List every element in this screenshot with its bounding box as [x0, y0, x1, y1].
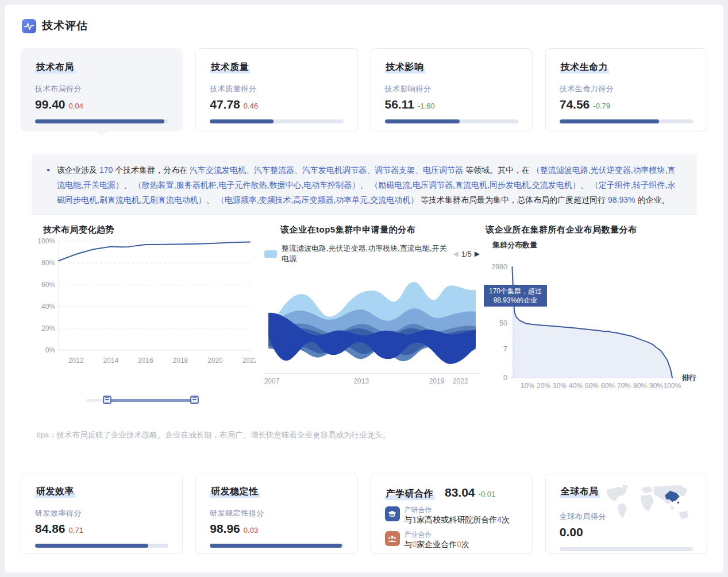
card-title: 技术影响 [385, 61, 425, 73]
progress-bar [560, 547, 693, 551]
score-value: 56.11 [385, 98, 414, 111]
card-title: 产学研合作 [385, 488, 435, 500]
svg-text:20%: 20% [41, 324, 55, 332]
svg-text:40%: 40% [569, 382, 583, 390]
metric-cards-row: 技术布局 技术布局得分 99.40 0.04 技术质量 技术质量得分 47.78… [21, 48, 707, 131]
stream-chart-title: 该企业在top5集群中申请量的分布 [280, 224, 480, 235]
tech-assessment-panel: 技术评估 技术布局 技术布局得分 99.40 0.04 技术质量 技术质量得分 … [5, 5, 723, 572]
time-range-slider[interactable] [86, 396, 199, 405]
industry-cooperation-row: 产业合作 与0家企业合作0次 [385, 531, 518, 549]
pager-prev-icon[interactable]: ◀ [453, 250, 458, 258]
progress-bar [560, 119, 693, 123]
card-title: 技术生命力 [560, 61, 610, 73]
legend-label: 整流滤波电路,光伏逆变器,功率模块,直流电能,开关电源 [282, 243, 453, 264]
charts-row: 技术布局变化趋势 100%80%60%40%20%0%2012201420162… [34, 224, 723, 405]
card-global-layout[interactable]: 全球布局 全球布局得分 0.00 [545, 474, 707, 554]
svg-text:2012: 2012 [68, 357, 84, 365]
pager-page: 1/5 [461, 250, 472, 258]
rank-chart-title: 该企业所在集群所有企业布局数量分布 [486, 224, 712, 235]
svg-text:100%: 100% [664, 382, 681, 390]
score-value: 99.40 [35, 98, 66, 111]
pulse-chart-icon [22, 19, 36, 33]
svg-text:80%: 80% [633, 382, 647, 390]
svg-text:排行: 排行 [681, 374, 696, 382]
pager-next-icon[interactable]: ▶ [475, 250, 480, 258]
score-value: 83.04 [445, 486, 475, 499]
svg-text:60%: 60% [601, 382, 615, 390]
stream-legend: 整流滤波电路,光伏逆变器,功率模块,直流电能,开关电源 ◀ 1/5 ▶ [264, 243, 480, 264]
slider-handle-left[interactable] [103, 396, 111, 404]
card-rd-efficiency[interactable]: 研发效率 研发效率得分 84.86 0.71 [21, 474, 183, 554]
score-delta: 0.71 [69, 526, 83, 535]
svg-text:30%: 30% [553, 382, 567, 390]
svg-text:2014: 2014 [103, 357, 118, 365]
academia-cooperation-row: 产研合作 与1家高校或科研院所合作4次 [385, 506, 518, 525]
svg-text:0%: 0% [45, 346, 56, 354]
tips-text: tips：技术布局反映了企业技术战略。企业在成长期，布局广、增长快意味着企业更容… [37, 430, 723, 440]
score-delta: 0.46 [244, 102, 258, 110]
score-value: 0.00 [560, 525, 583, 539]
rank-tooltip-line1: 170个集群，超过 [489, 286, 542, 296]
stream-chart-section: 该企业在top5集群中申请量的分布 整流滤波电路,光伏逆变器,功率模块,直流电能… [264, 224, 480, 405]
score-label: 技术布局得分 [35, 84, 168, 94]
slider-handle-right[interactable] [190, 396, 199, 404]
card-tech-layout[interactable]: 技术布局 技术布局得分 99.40 0.04 [21, 48, 183, 131]
bottom-cards-row: 研发效率 研发效率得分 84.86 0.71 研发稳定性 研发稳定性得分 98.… [21, 474, 707, 554]
score-value: 74.56 [560, 98, 590, 111]
progress-bar [35, 544, 168, 548]
svg-text:20%: 20% [537, 382, 550, 390]
score-delta: 0.03 [244, 526, 258, 535]
score-label: 研发效率得分 [35, 508, 168, 518]
svg-text:2016: 2016 [138, 357, 153, 365]
streamgraph: 2007 2013 2019 2022 [264, 270, 480, 388]
score-delta: -0.79 [593, 102, 610, 110]
card-tech-vitality[interactable]: 技术生命力 技术生命力得分 74.56 -0.79 [545, 48, 707, 131]
rank-tooltip: 170个集群，超过 98.93%的企业 [484, 285, 547, 307]
slider-selected-range[interactable] [107, 399, 194, 402]
svg-text:40%: 40% [41, 303, 55, 311]
score-value: 47.78 [210, 98, 240, 111]
svg-text:7: 7 [503, 345, 507, 353]
rank-chart-section: 该企业所在集群所有企业布局数量分布 集群分布数量 2980507010%20%3… [486, 224, 712, 405]
people-group-icon [385, 531, 400, 546]
score-delta: 0.04 [69, 102, 83, 110]
summary-block: ● 该企业涉及 170 个技术集群，分布在 汽车交流发电机、汽车整流器、汽车发电… [32, 154, 697, 215]
rank-area-chart: 2980507010%20%30%40%50%60%70%80%90%100%排… [486, 253, 712, 395]
x-tick: 2019 [429, 377, 445, 385]
score-label: 研发稳定性得分 [210, 508, 343, 518]
score-delta: -1.60 [418, 102, 435, 110]
page-header: 技术评估 [5, 5, 723, 33]
svg-text:50%: 50% [585, 382, 599, 390]
progress-bar [35, 119, 168, 123]
cooperation-label: 产业合作 [405, 531, 470, 539]
score-label: 技术影响得分 [385, 84, 518, 94]
svg-text:0: 0 [503, 374, 507, 382]
bullet-icon: ● [47, 162, 57, 207]
score-delta: -0.01 [479, 490, 496, 498]
world-map [601, 482, 698, 527]
x-tick: 2007 [264, 377, 280, 385]
score-value: 98.96 [210, 522, 240, 536]
card-tech-quality[interactable]: 技术质量 技术质量得分 47.78 0.46 [195, 48, 357, 131]
card-title: 研发稳定性 [210, 486, 260, 498]
rank-y-axis-label: 集群分布数量 [492, 240, 712, 250]
card-industry-academia-cooperation[interactable]: 产学研合作 83.04 -0.01 产研合作 与1家高校或科研院所合作4次 [371, 474, 533, 554]
svg-text:80%: 80% [41, 259, 55, 267]
summary-text: 该企业涉及 170 个技术集群，分布在 汽车交流发电机、汽车整流器、汽车发电机调… [57, 162, 682, 207]
card-tech-impact[interactable]: 技术影响 技术影响得分 56.11 -1.60 [371, 48, 533, 131]
score-value: 84.86 [35, 522, 66, 536]
stream-x-labels: 2007 2013 2019 2022 [264, 377, 480, 388]
progress-bar [210, 119, 343, 123]
trend-chart-title: 技术布局变化趋势 [43, 224, 256, 235]
graduation-cap-icon [385, 506, 400, 521]
svg-text:2018: 2018 [173, 357, 188, 365]
svg-text:100%: 100% [37, 237, 55, 245]
legend-pager: ◀ 1/5 ▶ [453, 250, 480, 258]
card-rd-stability[interactable]: 研发稳定性 研发稳定性得分 98.96 0.03 [195, 474, 357, 554]
x-tick: 2013 [353, 377, 369, 385]
card-title: 研发效率 [35, 486, 75, 498]
cooperation-text: 与1家高校或科研院所合作4次 [405, 514, 510, 525]
rank-tooltip-line2: 98.93%的企业 [489, 296, 542, 305]
cooperation-label: 产研合作 [405, 506, 510, 514]
trend-line-chart: 100%80%60%40%20%0%2012201420162018202020… [34, 235, 256, 370]
